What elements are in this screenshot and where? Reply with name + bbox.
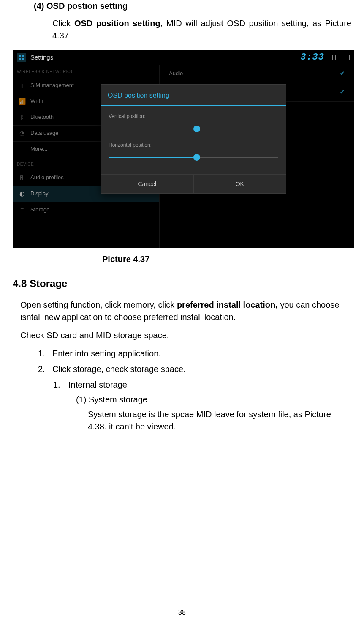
display-icon: ◐	[19, 190, 25, 197]
sidebar-section-header: WIRELESS & NETWORKS	[13, 65, 159, 78]
text-run: Click	[52, 19, 74, 28]
list-item: 2. Click storage, check storage space.	[38, 363, 351, 375]
list-text: Internal storage	[68, 379, 127, 391]
sidebar-item-storage[interactable]: ≡Storage	[13, 202, 159, 218]
item4-body: Click OSD position setting, MID will adj…	[52, 17, 351, 42]
horizontal-label: Horizontal position:	[109, 142, 278, 149]
list-number: 1.	[53, 379, 62, 391]
figure-caption: Picture 4.37	[13, 253, 351, 265]
sub-sub-item: (1) System storage	[76, 394, 351, 406]
storage-icon: ≡	[19, 206, 25, 213]
ok-button[interactable]: OK	[193, 175, 286, 193]
sub-list: 1. Internal storage	[53, 379, 351, 391]
settings-icon	[17, 53, 26, 62]
wifi-icon: 📶	[19, 98, 25, 105]
vertical-slider[interactable]	[109, 124, 278, 134]
paragraph: Open setting function, click memory, cli…	[20, 299, 344, 323]
page-number: 38	[0, 607, 364, 617]
check-icon: ✔	[340, 88, 345, 96]
audio-icon: 🎚	[19, 175, 25, 181]
vertical-label: Vertical position:	[109, 113, 278, 120]
sidebar-item-label: More...	[30, 145, 47, 153]
list-text: Enter into setting application.	[52, 347, 161, 360]
bluetooth-icon	[344, 55, 350, 60]
signal-icon	[327, 55, 333, 60]
dialog-title: OSD position setting	[101, 85, 286, 106]
text-bold: OSD position setting,	[74, 19, 163, 28]
sidebar-item-label: SIM management	[30, 82, 74, 90]
sidebar-item-label: Display	[30, 190, 49, 198]
sidebar-item-label: Audio profiles	[30, 174, 64, 182]
screenshot-figure: Settings 3:33 WIRELESS & NETWORKS ▯SIM m…	[13, 50, 351, 248]
text-run: Open setting function, click memory, cli…	[20, 300, 177, 309]
numbered-heading: (4) OSD postion setting	[34, 0, 351, 12]
sidebar-item-label: Bluetooth	[30, 113, 54, 121]
horizontal-slider[interactable]	[109, 152, 278, 162]
paragraph: Check SD card and MID storage space.	[20, 329, 344, 342]
list-item: 1. Enter into setting application.	[38, 347, 351, 360]
data-icon: ◔	[19, 130, 25, 137]
list-text: Click storage, check storage space.	[52, 363, 186, 375]
content-row-audio[interactable]: Audio ✔	[160, 65, 354, 83]
check-icon: ✔	[340, 70, 345, 78]
sidebar-item-label: Wi-Fi	[30, 97, 43, 105]
sub-list-item: 1. Internal storage	[53, 379, 351, 391]
row-label: Audio	[169, 70, 183, 78]
app-title: Settings	[30, 53, 53, 62]
list-number: 1.	[38, 347, 47, 360]
osd-dialog: OSD position setting Vertical position: …	[101, 84, 286, 194]
text-bold: preferred install location,	[177, 300, 278, 309]
cancel-button[interactable]: Cancel	[101, 175, 193, 193]
android-screenshot: Settings 3:33 WIRELESS & NETWORKS ▯SIM m…	[13, 50, 354, 248]
battery-icon	[335, 55, 341, 60]
sub-sub-body: System storage is the spcae MID leave fo…	[88, 408, 351, 433]
ordered-list: 1. Enter into setting application. 2. Cl…	[38, 347, 351, 375]
list-number: 2.	[38, 363, 47, 375]
status-bar: Settings 3:33	[13, 50, 354, 65]
blank-icon	[19, 146, 25, 153]
clock-text: 3:33	[300, 51, 324, 64]
sidebar-item-label: Storage	[30, 206, 50, 214]
bluetooth-icon: ᛒ	[19, 114, 25, 121]
sim-icon: ▯	[19, 82, 25, 89]
sidebar-item-label: Data usage	[30, 129, 59, 137]
section-heading: 4.8 Storage	[13, 276, 351, 291]
